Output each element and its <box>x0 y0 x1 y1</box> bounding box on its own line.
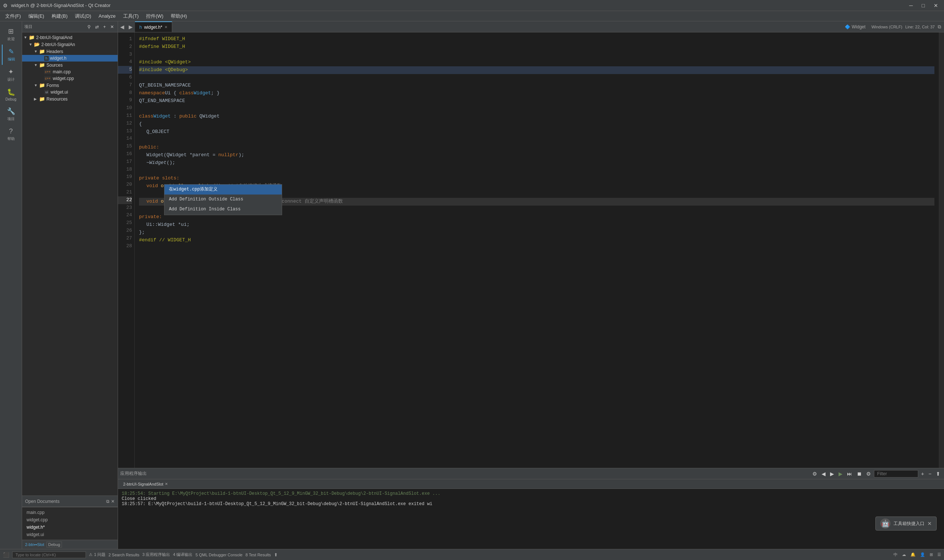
menu-help[interactable]: 帮助(H) <box>167 11 191 21</box>
tree-node-main-cpp[interactable]: c++ main.cpp <box>22 69 118 75</box>
menu-edit[interactable]: 编辑(E) <box>25 11 48 21</box>
output-step-button[interactable]: ⏭ <box>845 470 854 477</box>
code-line-2: #define WIDGET_H <box>139 43 935 51</box>
sidebar-item-help[interactable]: ? 帮助 <box>2 125 20 145</box>
tree-node-headers[interactable]: ▼ 📁 Headers <box>22 48 118 55</box>
split-docs-button[interactable]: ⧉ <box>106 499 110 504</box>
output-expand-button[interactable]: ⬆ <box>935 470 942 477</box>
open-doc-widget-h[interactable]: widget.h* <box>22 523 118 531</box>
tab-label-widget-h: widget.h* <box>144 25 162 30</box>
code-line-4: #include <QWidget> <box>139 58 935 66</box>
tree-node-sources[interactable]: ▼ 📁 Sources <box>22 62 118 69</box>
output-filter-settings-button[interactable]: ⚙ <box>865 470 873 477</box>
test-results-expand[interactable]: ⬆ <box>274 552 278 557</box>
close-button[interactable]: ✕ <box>931 2 941 9</box>
statusbar-left: ⬛ ⚠ 1 问题 2 Search Results 3 应用程序输出 4 编译输… <box>3 552 888 558</box>
menu-controls[interactable]: 控件(W) <box>142 11 167 21</box>
status-app-output[interactable]: 3 应用程序输出 <box>142 552 170 557</box>
code-line-18 <box>139 167 935 175</box>
folder-icon-root: 📁 <box>29 35 35 40</box>
tree-label-widget-ui: widget.ui <box>51 89 68 95</box>
output-subtab-close[interactable]: ✕ <box>165 482 168 486</box>
output-run-button[interactable]: ▶ <box>837 470 844 477</box>
output-stop-button[interactable]: ⏹ <box>855 470 863 477</box>
editor-tabs-bar: ◀ ▶ h widget.h* ✕ 🔷 Widget Windows (CRLF… <box>118 22 944 32</box>
status-search-results[interactable]: 2 Search Results <box>108 552 139 557</box>
open-docs-list: main.cpp widget.cpp widget.h* widget.ui <box>22 507 118 540</box>
line-numbers: 1 2 3 4 5 6 7 8 9 10 11 12 13 14 15 16 1… <box>118 32 134 468</box>
compile-output-label: 4 编译输出 <box>173 552 193 557</box>
tree-content: ▼ 📁 2-btnUI-SignalAnd ▼ 📂 2-btnUI-Signal… <box>22 32 118 495</box>
output-prev-button[interactable]: ◀ <box>820 470 827 477</box>
tree-label-widget-h: widget.h <box>50 55 67 61</box>
ac-item-add-definition-widget-cpp[interactable]: 在widget.cpp添加定义 <box>165 185 282 194</box>
sidebar-label-project: 项目 <box>8 117 15 122</box>
tab-widget-h[interactable]: h widget.h* ✕ <box>135 22 172 32</box>
add-tree-button[interactable]: + <box>102 23 107 30</box>
tree-node-forms[interactable]: ▼ 📁 Forms <box>22 82 118 89</box>
open-doc-widget-cpp[interactable]: widget.cpp <box>22 516 118 523</box>
title-bar: ⚙ widget.h @ 2-btnUI-SignalAndSlot - Qt … <box>0 0 944 11</box>
nav-next-button[interactable]: ▶ <box>126 24 135 30</box>
sidebar-item-welcome[interactable]: ⊞ 欢迎 <box>2 24 20 45</box>
menu-analyze[interactable]: Analyze <box>95 12 119 20</box>
app-output-label: 3 应用程序输出 <box>142 552 170 557</box>
debug-icon: 🐛 <box>7 88 15 96</box>
status-issues[interactable]: ⚠ 1 问题 <box>89 552 105 557</box>
open-doc-main-cpp[interactable]: main.cpp <box>22 509 118 516</box>
sidebar-item-edit[interactable]: ✎ 编辑 <box>2 45 20 65</box>
status-compile-output[interactable]: 4 编译输出 <box>173 552 193 557</box>
menu-tools[interactable]: 工具(T) <box>119 11 143 21</box>
split-editor-button[interactable]: ⧉ <box>938 24 941 30</box>
folder-icon-headers: 📁 <box>39 49 45 54</box>
code-line-25: Ui::Widget *ui; <box>139 221 935 229</box>
sidebar-item-debug[interactable]: 🐛 Debug <box>2 85 20 104</box>
sidebar-item-project[interactable]: 🔧 项目 <box>2 104 20 125</box>
output-subtab-item[interactable]: 2-btnUI-SignalAndSlot ✕ <box>120 481 171 487</box>
code-editor: 1 2 3 4 5 6 7 8 9 10 11 12 13 14 15 16 1… <box>118 32 944 468</box>
ac-item-add-definition-inside[interactable]: Add Definition Inside Class <box>165 205 282 214</box>
menu-file[interactable]: 文件(F) <box>2 11 25 21</box>
open-doc-widget-ui[interactable]: widget.ui <box>22 531 118 538</box>
minimize-button[interactable]: ─ <box>906 2 916 9</box>
output-filter-input[interactable] <box>874 470 918 477</box>
code-line-9: QT_END_NAMESPACE <box>139 97 935 105</box>
code-line-14 <box>139 136 935 144</box>
output-next-button[interactable]: ▶ <box>828 470 836 477</box>
tree-label-sub: 2-btnUI-SignalAn <box>41 42 75 47</box>
tree-node-sub[interactable]: ▼ 📂 2-btnUI-SignalAn <box>22 41 118 48</box>
tab-close-widget-h[interactable]: ✕ <box>165 25 167 29</box>
qml-console-label: 5 QML Debugger Console <box>196 552 242 557</box>
close-tree-button[interactable]: ✕ <box>109 23 116 30</box>
output-zoom-out-button[interactable]: − <box>927 470 933 477</box>
current-project-tab[interactable]: 2-btn••Slot <box>25 542 44 547</box>
status-icon-2: 🔔 <box>910 552 916 557</box>
output-zoom-in-button[interactable]: + <box>920 470 925 477</box>
menu-debug[interactable]: 调试(D) <box>71 11 95 21</box>
editor-scrollbar[interactable] <box>939 32 944 468</box>
code-content[interactable]: #ifndef WIDGET_H #define WIDGET_H #inclu… <box>134 32 939 468</box>
status-qml-console[interactable]: 5 QML Debugger Console <box>196 552 242 557</box>
locate-input[interactable] <box>12 552 86 558</box>
tree-node-root[interactable]: ▼ 📁 2-btnUI-SignalAnd <box>22 34 118 41</box>
statusbar-right: 中 ☁ 🔔 👤 ⊞ ☰ <box>893 552 941 557</box>
filter-tree-button[interactable]: ⚲ <box>86 23 92 30</box>
open-docs-header[interactable]: Open Documents ⧉ ✕ <box>22 496 118 507</box>
tree-node-widget-ui[interactable]: ui widget.ui <box>22 89 118 95</box>
close-docs-button[interactable]: ✕ <box>111 499 115 504</box>
output-settings-button[interactable]: ⚙ <box>811 470 819 477</box>
menu-build[interactable]: 构建(B) <box>48 11 71 21</box>
nav-prev-button[interactable]: ◀ <box>118 24 126 30</box>
tree-node-widget-cpp[interactable]: c++ widget.cpp <box>22 75 118 82</box>
sidebar-item-design[interactable]: ✦ 设计 <box>2 65 20 85</box>
status-test-results[interactable]: 8 Test Results <box>245 552 271 557</box>
tree-node-widget-h[interactable]: h widget.h <box>22 55 118 62</box>
sync-tree-button[interactable]: ⇄ <box>94 23 100 30</box>
ac-item-add-definition-outside[interactable]: Add Definition Outside Class <box>165 194 282 205</box>
output-line-1: 18:25:54: Starting E:\MyQtProject\build-… <box>122 491 940 496</box>
debug-tab[interactable]: Debug <box>46 542 62 548</box>
maximize-button[interactable]: □ <box>919 2 928 9</box>
tree-label-sources: Sources <box>46 63 63 68</box>
tree-node-resources[interactable]: ▶ 📁 Resources <box>22 95 118 102</box>
toolbox-close-button[interactable]: ✕ <box>927 521 932 526</box>
